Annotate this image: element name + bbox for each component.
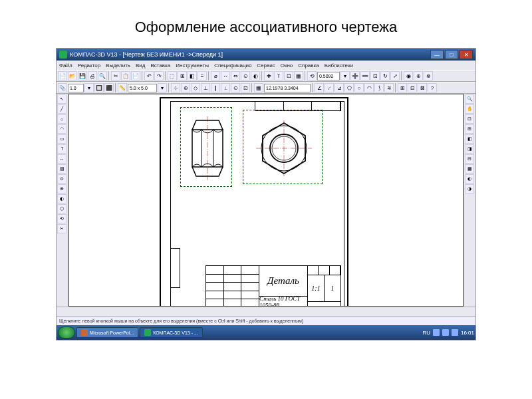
start-button[interactable] — [58, 327, 75, 338]
snap-icon[interactable]: ⊕ — [181, 83, 190, 92]
hatch-icon[interactable]: ▨ — [57, 164, 66, 174]
dropdown-icon[interactable]: ▾ — [158, 83, 167, 92]
menu-edit[interactable]: Редактор — [78, 63, 100, 68]
tool-icon[interactable]: ◑ — [465, 184, 474, 194]
tool-icon[interactable]: ⊞ — [178, 71, 187, 80]
new-icon[interactable]: 📄 — [58, 71, 67, 80]
tray-icon[interactable] — [442, 329, 449, 336]
maximize-button[interactable]: □ — [445, 50, 458, 59]
snap-icon[interactable]: ◇ — [191, 83, 200, 92]
tool-icon[interactable]: ✂ — [57, 224, 66, 233]
tool-icon[interactable]: ⬡ — [57, 204, 66, 213]
open-icon[interactable]: 📂 — [68, 71, 77, 80]
menu-help[interactable]: Справка — [298, 63, 319, 68]
tool-icon[interactable]: ⬛ — [104, 83, 114, 92]
dim-icon[interactable]: ↔ — [57, 154, 66, 164]
tool-icon[interactable]: ⬠ — [344, 83, 354, 92]
tool-icon[interactable]: ⊕ — [414, 71, 423, 80]
cut-icon[interactable]: ✂ — [111, 71, 120, 80]
taskbar-item[interactable]: КОМПАС-3D V13 - ... — [140, 327, 203, 338]
tool-icon[interactable]: ↔ — [221, 71, 230, 80]
tool-icon[interactable]: ⊙ — [57, 174, 66, 184]
tool-icon[interactable]: ⟲ — [307, 71, 317, 80]
preview-icon[interactable]: 🔍 — [98, 71, 107, 80]
menu-window[interactable]: Окно — [281, 63, 293, 68]
menu-service[interactable]: Сервис — [257, 63, 275, 68]
minimize-button[interactable]: — — [430, 50, 444, 59]
tool-icon[interactable]: ◐ — [465, 174, 474, 184]
redo-icon[interactable]: ↷ — [154, 71, 164, 80]
undo-icon[interactable]: ↶ — [144, 71, 154, 80]
tool-icon[interactable]: 📏 — [118, 83, 127, 92]
tool-icon[interactable]: ⌀ — [211, 71, 220, 80]
tool-icon[interactable]: ⊠ — [418, 83, 427, 92]
tool-icon[interactable]: Ｔ — [274, 71, 283, 80]
tool-icon[interactable]: ◉ — [404, 71, 413, 80]
tool-icon[interactable]: ⊡ — [284, 71, 293, 80]
menu-libs[interactable]: Библиотеки — [325, 63, 353, 68]
menu-tools[interactable]: Инструменты — [176, 63, 209, 68]
tool-icon[interactable]: ▦ — [465, 164, 474, 174]
help-icon[interactable]: ? — [428, 83, 437, 92]
coords-field[interactable]: 5.0 x 5.0 — [128, 84, 157, 92]
tool-icon[interactable]: ✚ — [264, 71, 273, 80]
text-icon[interactable]: Ｔ — [57, 144, 66, 154]
tool-icon[interactable]: ⤢ — [390, 71, 400, 80]
menu-spec[interactable]: Спецификация — [214, 63, 251, 68]
tool-icon[interactable]: ◨ — [465, 144, 474, 154]
scale-field[interactable]: 0.5092 — [317, 72, 340, 80]
tool-icon[interactable]: ▦ — [294, 71, 303, 80]
pan-icon[interactable]: ✋ — [465, 104, 474, 114]
tool-icon[interactable]: ⬚ — [168, 71, 177, 80]
tool-icon[interactable]: ≡ — [198, 71, 207, 80]
save-icon[interactable]: 💾 — [78, 71, 87, 80]
tool-icon[interactable]: ▾ — [340, 71, 350, 80]
tool-icon[interactable]: ⊗ — [424, 71, 433, 80]
tool-icon[interactable]: ⊟ — [465, 154, 474, 164]
snap-icon[interactable]: ⊥ — [201, 83, 210, 92]
taskbar-item[interactable]: Microsoft PowerPoi... — [76, 327, 138, 338]
select-icon[interactable]: ↖ — [57, 94, 66, 104]
tool-icon[interactable]: ◐ — [57, 194, 66, 203]
tray-icon[interactable] — [433, 329, 440, 336]
close-button[interactable]: ✕ — [460, 50, 473, 59]
line-icon[interactable]: ╱ — [57, 104, 66, 114]
zoom-icon[interactable]: 🔍 — [465, 94, 474, 104]
tool-icon[interactable]: ⟋ — [325, 83, 334, 92]
copy-icon[interactable]: 📋 — [121, 71, 130, 80]
tool-icon[interactable]: ⟲ — [57, 214, 66, 223]
print-icon[interactable]: 🖨 — [88, 71, 97, 80]
tool-icon[interactable]: ⟆ — [374, 83, 384, 92]
snap-icon[interactable]: ⊡ — [241, 83, 250, 92]
tool-icon[interactable]: ⇔ — [231, 71, 240, 80]
scrollbar-h[interactable] — [57, 307, 475, 316]
zoom-out-icon[interactable]: ➖ — [360, 71, 370, 80]
clock[interactable]: 16:01 — [461, 330, 474, 336]
menu-view[interactable]: Вид — [136, 63, 145, 68]
tool-icon[interactable]: ◧ — [188, 71, 197, 80]
tool-icon[interactable]: ⊞ — [398, 83, 407, 92]
menu-insert[interactable]: Вставка — [151, 63, 171, 68]
lang-indicator[interactable]: RU — [422, 330, 430, 336]
arc-icon[interactable]: ◠ — [57, 124, 66, 134]
zoom-fit-icon[interactable]: ⊡ — [370, 71, 380, 80]
rect-icon[interactable]: ▭ — [57, 134, 66, 144]
tool-icon[interactable]: ↻ — [380, 71, 390, 80]
tool-icon[interactable]: ⊿ — [334, 83, 344, 92]
tool-icon[interactable]: ⊕ — [57, 184, 66, 194]
paste-icon[interactable]: 📄 — [131, 71, 140, 80]
zoom-in-icon[interactable]: ➕ — [350, 71, 360, 80]
snap-icon[interactable]: ⊙ — [231, 83, 240, 92]
zoom-field[interactable]: 1.0 — [68, 84, 84, 92]
tool-icon[interactable]: ⊙ — [241, 71, 250, 80]
tool-icon[interactable]: ∠ — [315, 83, 324, 92]
snap-icon[interactable]: ⟂ — [221, 83, 230, 92]
tool-icon[interactable]: ≋ — [384, 83, 394, 92]
snap-icon[interactable]: ∥ — [211, 83, 220, 92]
tool-icon[interactable]: 🔲 — [94, 83, 104, 92]
tool-icon[interactable]: 📎 — [58, 83, 67, 92]
circle-icon[interactable]: ○ — [57, 114, 66, 124]
tool-icon[interactable]: ◠ — [364, 83, 374, 92]
volume-icon[interactable] — [452, 329, 458, 336]
snap-icon[interactable]: ⊹ — [171, 83, 180, 92]
